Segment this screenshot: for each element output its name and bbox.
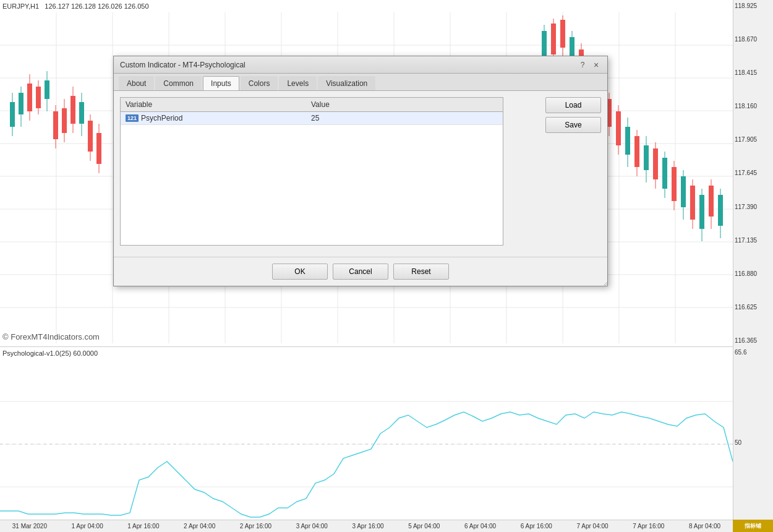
- cancel-button[interactable]: Cancel: [333, 264, 388, 280]
- chart-container: EURJPY,H1 126.127 126.128 126.026 126.05…: [0, 0, 773, 532]
- variable-name: PsychPeriod: [141, 114, 182, 122]
- svg-rect-64: [634, 136, 639, 167]
- variable-cell: 121 PsychPeriod: [126, 114, 311, 122]
- indicator-label: Psychological-v1.0(25) 60.0000: [2, 350, 98, 357]
- tab-common[interactable]: Common: [155, 76, 202, 90]
- price-axis-right: 118.925 118.670 118.415 118.160 117.905 …: [733, 0, 773, 346]
- table-row[interactable]: 121 PsychPeriod 25: [121, 112, 503, 125]
- svg-rect-74: [681, 176, 686, 207]
- svg-rect-78: [699, 195, 704, 229]
- svg-rect-60: [616, 111, 621, 145]
- close-button[interactable]: ×: [591, 60, 601, 70]
- table-header: Variable Value: [121, 98, 503, 112]
- dialog-controls: ? ×: [578, 60, 601, 70]
- dialog-tabs: About Common Inputs Colors Levels Visual…: [114, 74, 607, 91]
- watermark: © ForexMT4Indicators.com: [2, 332, 100, 341]
- tab-colors[interactable]: Colors: [241, 76, 278, 90]
- svg-rect-22: [10, 102, 15, 127]
- tab-about[interactable]: About: [119, 76, 154, 90]
- svg-rect-28: [36, 87, 41, 108]
- svg-rect-48: [560, 20, 565, 48]
- svg-rect-42: [96, 133, 101, 164]
- symbol-label: EURJPY,H1: [2, 2, 39, 10]
- svg-line-100: [607, 286, 607, 286]
- svg-rect-36: [70, 96, 75, 124]
- svg-rect-38: [79, 102, 84, 124]
- tab-levels[interactable]: Levels: [279, 76, 317, 90]
- ohlc-label: 126.127 126.128 126.026 126.050: [45, 2, 148, 10]
- svg-rect-46: [551, 24, 556, 54]
- svg-rect-72: [672, 167, 677, 201]
- oscillator-chart: [0, 359, 733, 530]
- save-button[interactable]: Save: [545, 117, 601, 133]
- svg-rect-32: [53, 111, 58, 139]
- reset-button[interactable]: Reset: [393, 264, 449, 280]
- input-table: Variable Value 121 PsychPeriod 25: [120, 97, 503, 246]
- svg-rect-66: [644, 145, 649, 170]
- svg-rect-62: [625, 127, 630, 155]
- col-variable-header: Variable: [126, 100, 311, 109]
- tab-inputs[interactable]: Inputs: [203, 76, 239, 90]
- svg-rect-40: [88, 121, 93, 152]
- resize-handle[interactable]: [601, 280, 607, 286]
- dialog-footer: OK Cancel Reset: [114, 257, 607, 286]
- resize-icon: [601, 280, 607, 286]
- side-buttons: Load Save: [545, 97, 601, 133]
- ok-button[interactable]: OK: [272, 264, 328, 280]
- dialog-content: Variable Value 121 PsychPeriod 25 Load: [114, 91, 607, 257]
- svg-rect-34: [62, 108, 67, 133]
- price-axis-bottom: 65.6 50: [733, 346, 773, 532]
- svg-rect-68: [653, 148, 658, 179]
- svg-rect-26: [27, 84, 32, 111]
- load-button[interactable]: Load: [545, 97, 601, 113]
- svg-rect-80: [709, 186, 714, 217]
- svg-rect-70: [662, 158, 667, 189]
- date-axis: 31 Mar 2020 1 Apr 04:00 1 Apr 16:00 2 Ap…: [0, 520, 733, 532]
- value-cell[interactable]: 25: [311, 114, 319, 122]
- svg-rect-82: [718, 195, 723, 226]
- dialog-titlebar: Custom Indicator - MT4-Psychological ? ×: [114, 56, 607, 74]
- corner-logo: 指标铺: [733, 520, 773, 532]
- bottom-chart: Psychological-v1.0(25) 60.0000: [0, 346, 733, 532]
- dialog-title: Custom Indicator - MT4-Psychological: [120, 61, 246, 69]
- svg-rect-30: [45, 80, 49, 99]
- svg-rect-76: [690, 186, 695, 220]
- chart-header: EURJPY,H1 126.127 126.128 126.026 126.05…: [2, 2, 149, 10]
- help-button[interactable]: ?: [578, 60, 587, 70]
- svg-rect-24: [19, 93, 23, 114]
- tab-visualization[interactable]: Visualization: [318, 76, 375, 90]
- var-type-icon: 121: [126, 114, 139, 122]
- indicator-dialog[interactable]: Custom Indicator - MT4-Psychological ? ×…: [113, 56, 608, 286]
- col-value-header: Value: [311, 100, 330, 109]
